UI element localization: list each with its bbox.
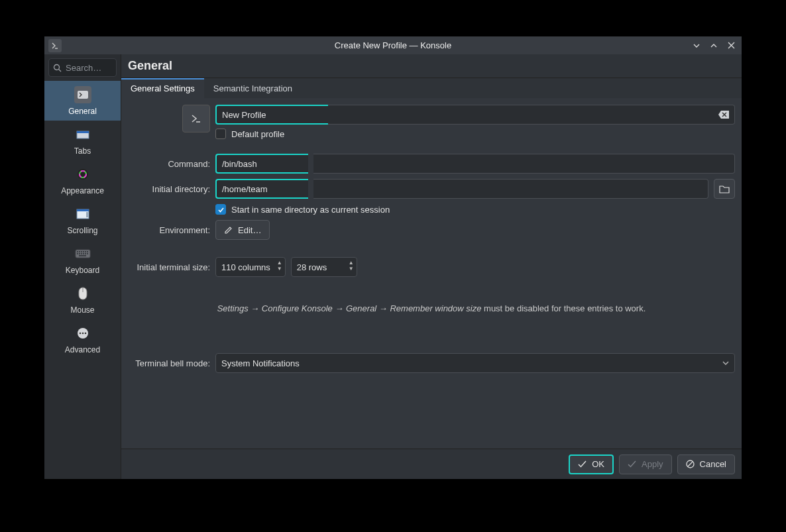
default-profile-label: Default profile	[231, 129, 284, 139]
page-title: General	[121, 54, 742, 78]
default-profile-checkbox[interactable]	[215, 129, 226, 139]
edit-button-label: Edit…	[238, 225, 261, 235]
svg-rect-7	[77, 131, 89, 133]
tabs-icon	[74, 126, 91, 143]
sidebar-item-label: Keyboard	[66, 266, 99, 275]
appearance-icon	[74, 166, 91, 183]
tab-semantic-integration[interactable]: Semantic Integration	[204, 78, 302, 98]
start-same-dir-checkbox[interactable]	[215, 204, 226, 215]
svg-rect-16	[77, 251, 78, 252]
dialog-footer: OK Apply Cancel	[121, 449, 742, 479]
cancel-icon	[686, 460, 695, 468]
termsize-label: Initial terminal size:	[128, 262, 210, 272]
command-box[interactable]	[313, 154, 735, 174]
titlebar: Create New Profile — Konsole	[44, 36, 742, 54]
browse-folder-button[interactable]	[714, 179, 735, 199]
scrolling-icon	[74, 205, 91, 223]
profile-name-input[interactable]	[215, 105, 328, 125]
rows-spinner[interactable]: 28 rows ▲▼	[291, 257, 357, 277]
svg-rect-19	[83, 251, 84, 252]
sidebar-item-advanced[interactable]: Advanced	[44, 319, 121, 359]
svg-rect-24	[81, 253, 82, 254]
spinner-arrows-icon[interactable]: ▲▼	[277, 260, 282, 272]
svg-rect-28	[79, 255, 86, 256]
environment-label: Environment:	[128, 225, 210, 235]
initdir-input[interactable]	[215, 179, 308, 199]
svg-rect-23	[79, 253, 80, 254]
svg-rect-25	[83, 253, 84, 254]
svg-rect-14	[86, 212, 88, 217]
svg-rect-27	[87, 253, 88, 254]
close-button[interactable]	[724, 39, 738, 52]
rows-value: 28 rows	[297, 262, 327, 272]
svg-point-33	[84, 332, 86, 334]
start-same-dir-label: Start in same directory as current sessi…	[231, 205, 390, 215]
initdir-box[interactable]	[313, 179, 708, 199]
pencil-icon	[224, 226, 233, 235]
svg-rect-20	[85, 251, 86, 252]
svg-point-31	[79, 332, 81, 334]
svg-rect-21	[87, 251, 88, 252]
apply-label: Apply	[642, 459, 663, 469]
sidebar-item-label: Mouse	[70, 305, 94, 315]
svg-rect-17	[79, 251, 80, 252]
spinner-arrows-icon[interactable]: ▲▼	[349, 260, 354, 272]
check-icon	[578, 460, 587, 468]
sidebar: General Tabs Appearance	[44, 54, 121, 479]
columns-spinner[interactable]: 110 columns ▲▼	[215, 257, 286, 277]
cancel-button[interactable]: Cancel	[677, 454, 735, 474]
ok-button[interactable]: OK	[569, 454, 614, 474]
sidebar-item-scrolling[interactable]: Scrolling	[44, 200, 121, 240]
window-title: Create New Profile — Konsole	[44, 40, 742, 50]
tab-label: General Settings	[131, 83, 195, 93]
sidebar-item-appearance[interactable]: Appearance	[44, 160, 121, 200]
edit-environment-button[interactable]: Edit…	[215, 220, 270, 240]
tab-bar: General Settings Semantic Integration	[121, 78, 742, 98]
cancel-label: Cancel	[700, 459, 726, 469]
clear-icon[interactable]	[718, 111, 729, 119]
svg-rect-26	[85, 253, 86, 254]
svg-point-32	[82, 332, 84, 334]
svg-rect-22	[77, 253, 78, 254]
bell-mode-value: System Notifications	[221, 358, 300, 368]
columns-value: 110 columns	[221, 262, 270, 272]
sidebar-item-mouse[interactable]: Mouse	[44, 280, 121, 319]
svg-rect-13	[77, 209, 89, 211]
hint-text: Settings → Configure Konsole → General →…	[128, 303, 735, 313]
tab-content: Default profile Command: Initial directo…	[121, 98, 742, 449]
profile-name-box[interactable]	[328, 105, 735, 125]
tab-label: Semantic Integration	[213, 83, 292, 93]
svg-line-38	[688, 462, 693, 466]
svg-rect-5	[78, 91, 88, 99]
sidebar-item-label: Tabs	[74, 146, 91, 156]
advanced-icon	[74, 325, 91, 342]
sidebar-item-tabs[interactable]: Tabs	[44, 121, 121, 160]
dialog-window: Create New Profile — Konsole	[44, 36, 742, 480]
keyboard-icon	[74, 245, 91, 262]
profile-icon-button[interactable]	[182, 105, 210, 133]
main-panel: General General Settings Semantic Integr…	[121, 54, 742, 479]
sidebar-item-general[interactable]: General	[44, 81, 121, 121]
app-icon	[48, 39, 62, 52]
check-icon	[628, 460, 636, 468]
search-input[interactable]	[48, 58, 117, 77]
hint-path: Settings → Configure Konsole → General →…	[217, 303, 482, 313]
maximize-button[interactable]	[707, 39, 720, 52]
apply-button[interactable]: Apply	[619, 454, 672, 474]
search-icon	[53, 64, 62, 72]
command-input[interactable]	[215, 154, 308, 174]
search-field[interactable]	[66, 63, 112, 73]
tab-general-settings[interactable]: General Settings	[121, 78, 204, 98]
command-label: Command:	[128, 159, 210, 169]
svg-rect-18	[81, 251, 82, 252]
sidebar-item-label: Appearance	[61, 186, 104, 195]
hint-suffix: must be disabled for these entries to wo…	[481, 303, 646, 313]
minimize-button[interactable]	[690, 39, 703, 52]
ok-label: OK	[592, 459, 604, 469]
mouse-icon	[74, 285, 91, 302]
bell-label: Terminal bell mode:	[128, 358, 210, 368]
sidebar-item-label: Scrolling	[67, 226, 97, 235]
sidebar-item-keyboard[interactable]: Keyboard	[44, 240, 121, 280]
bell-mode-select[interactable]: System Notifications	[215, 353, 735, 373]
sidebar-item-label: Advanced	[65, 345, 100, 354]
